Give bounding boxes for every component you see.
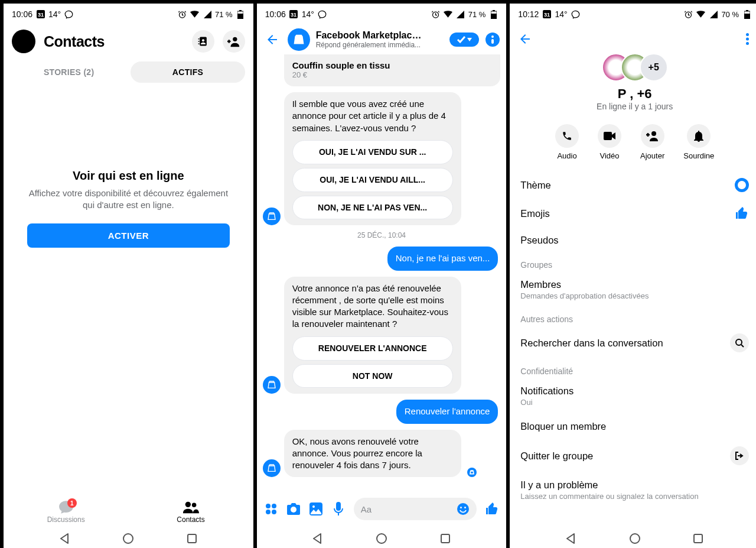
listing-card[interactable]: Couffin souple en tissu 20 € — [284, 54, 501, 86]
header: Contacts — [4, 25, 253, 58]
tab-actifs[interactable]: ACTIFS — [131, 61, 245, 83]
option-sold-elsewhere[interactable]: OUI, JE L'AI VENDU AILL... — [292, 168, 453, 192]
chat-title-block[interactable]: Facebook Marketplace... Répond généralem… — [316, 30, 444, 49]
audio-call-button[interactable]: Audio — [555, 124, 579, 160]
nav-back-icon[interactable] — [59, 533, 71, 544]
wifi-icon — [444, 10, 452, 19]
svg-point-27 — [266, 510, 271, 514]
tab-discussions[interactable]: 1 Discussions — [4, 501, 128, 524]
chat-avatar[interactable] — [288, 28, 310, 51]
nav-recent-icon[interactable] — [186, 533, 198, 544]
statusbar: 10:06 31 14° 71 % — [4, 4, 253, 25]
tabs: STORIES (2) ACTIFS — [4, 58, 253, 86]
settings-list[interactable]: Thème Emojis Pseudos Groupes MembresDema… — [510, 171, 756, 525]
sender-avatar-icon — [263, 376, 281, 394]
group-avatars[interactable]: +5 — [510, 53, 756, 82]
battery-icon — [236, 10, 245, 19]
svg-point-29 — [291, 507, 296, 513]
status-time: 10:12 — [518, 9, 539, 19]
option-renew[interactable]: RENOUVELER L'ANNONCE — [292, 336, 453, 361]
signal-icon — [456, 10, 465, 19]
status-time: 10:06 — [12, 9, 32, 19]
alarm-icon — [178, 10, 187, 19]
section-conf: Confidentialité — [510, 359, 756, 378]
nav-home-icon[interactable] — [629, 533, 641, 544]
back-button[interactable] — [516, 30, 535, 48]
activate-button[interactable]: ACTIVER — [27, 223, 230, 248]
tab-stories[interactable]: STORIES (2) — [12, 61, 126, 83]
option-not-sold[interactable]: NON, JE NE L'AI PAS VEN... — [292, 196, 453, 220]
back-button[interactable] — [263, 30, 282, 49]
chat-subtitle: Répond généralement immédia... — [316, 41, 422, 49]
profile-avatar[interactable] — [12, 30, 35, 53]
svg-rect-7 — [198, 38, 199, 40]
gallery-icon[interactable] — [309, 502, 323, 515]
tab-contacts[interactable]: Contacts — [128, 501, 253, 524]
statusbar: 10:06 31 14° 71 % — [257, 4, 507, 25]
video-call-button[interactable]: Vidéo — [598, 124, 621, 160]
svg-point-46 — [746, 42, 749, 45]
mute-button[interactable]: Sourdine — [683, 124, 714, 160]
android-nav — [4, 525, 253, 548]
row-notifications[interactable]: NotificationsOui — [510, 378, 756, 414]
messenger-icon — [318, 10, 327, 19]
more-button[interactable] — [741, 28, 754, 50]
svg-point-33 — [457, 503, 469, 515]
camera-icon[interactable] — [286, 502, 301, 515]
add-member-button[interactable]: Ajouter — [640, 124, 664, 160]
mic-icon[interactable] — [331, 502, 346, 516]
option-not-now[interactable]: NOT NOW — [292, 364, 453, 388]
svg-point-50 — [630, 534, 640, 543]
address-book-button[interactable] — [192, 30, 214, 53]
row-theme[interactable]: Thème — [510, 171, 756, 199]
apps-icon[interactable] — [264, 502, 278, 515]
leave-icon — [730, 446, 749, 465]
nav-home-icon[interactable] — [376, 533, 387, 544]
add-contact-button[interactable] — [223, 30, 245, 53]
nav-recent-icon[interactable] — [692, 533, 704, 544]
svg-point-11 — [233, 37, 237, 41]
search-icon — [730, 333, 749, 352]
info-button[interactable] — [485, 32, 500, 47]
status-battery: 71 % — [215, 10, 233, 19]
nav-back-icon[interactable] — [312, 533, 324, 544]
mark-done-button[interactable] — [449, 33, 479, 47]
option-sold-here[interactable]: OUI, JE L'AI VENDU SUR ... — [292, 140, 453, 164]
svg-rect-43 — [744, 14, 750, 19]
calendar-icon: 31 — [289, 10, 298, 19]
emoji-icon[interactable] — [457, 502, 470, 515]
nav-home-icon[interactable] — [122, 533, 134, 544]
like-icon[interactable] — [485, 502, 499, 516]
empty-state: Voir qui est en ligne Affichez votre dis… — [4, 86, 253, 496]
row-search[interactable]: Rechercher dans la conversation — [510, 326, 756, 359]
statusbar: 10:12 31 14° 70 % — [510, 4, 756, 25]
calendar-icon: 31 — [36, 10, 45, 19]
page-title: Contacts — [44, 33, 184, 50]
row-leave[interactable]: Quitter le groupe — [510, 439, 756, 472]
svg-point-25 — [266, 504, 271, 508]
svg-point-34 — [460, 507, 462, 508]
row-pseudos[interactable]: Pseudos — [510, 228, 756, 253]
svg-point-44 — [746, 33, 749, 36]
chat-body[interactable]: Couffin souple en tissu 20 € Il semble q… — [257, 54, 507, 493]
svg-text:31: 31 — [544, 12, 550, 18]
empty-desc: Affichez votre disponibilité et découvre… — [27, 187, 230, 210]
svg-point-35 — [464, 507, 466, 508]
svg-rect-8 — [198, 41, 199, 42]
bottom-nav: 1 Discussions Contacts — [4, 496, 253, 525]
svg-point-48 — [651, 131, 656, 136]
row-problem[interactable]: Il y a un problèmeLaissez un commentaire… — [510, 472, 756, 508]
row-membres[interactable]: MembresDemandes d'approbation désactivée… — [510, 272, 756, 307]
row-block[interactable]: Bloquer un membre — [510, 414, 756, 439]
android-nav — [257, 525, 507, 548]
message-input[interactable]: Aa — [354, 498, 477, 520]
sender-avatar-icon — [263, 207, 281, 225]
details-screen: 10:12 31 14° 70 % +5 P , +6 En ligne il … — [510, 4, 756, 548]
nav-recent-icon[interactable] — [439, 533, 451, 544]
nav-back-icon[interactable] — [565, 533, 577, 544]
row-emojis[interactable]: Emojis — [510, 199, 756, 228]
group-header: +5 P , +6 En ligne il y a 1 jours — [510, 53, 756, 117]
seen-indicator-icon — [467, 468, 477, 477]
wifi-icon — [696, 10, 705, 19]
svg-rect-47 — [604, 132, 612, 140]
